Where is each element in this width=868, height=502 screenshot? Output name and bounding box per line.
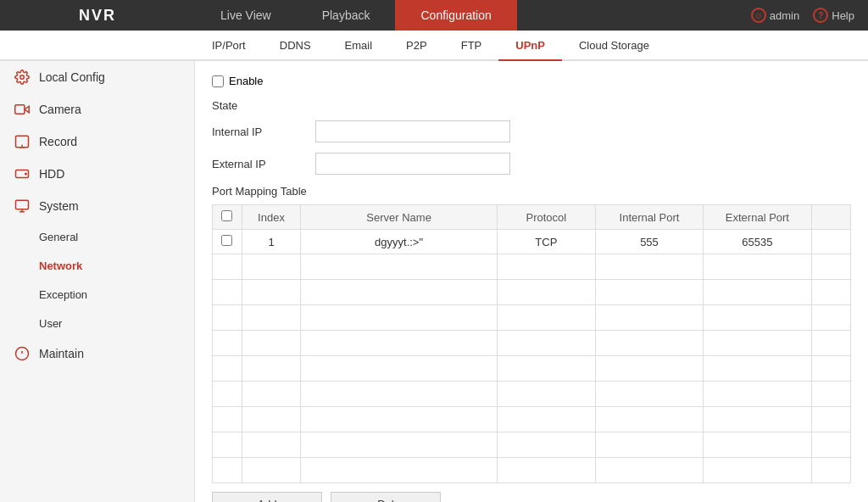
sidebar-item-user[interactable]: User xyxy=(0,309,194,337)
sub-nav: IP/Port DDNS Email P2P FTP UPnP Cloud St… xyxy=(0,31,868,61)
header-nav: Live View Playback Configuration xyxy=(195,0,751,31)
sidebar-camera-label: Camera xyxy=(39,103,81,116)
row-index: 1 xyxy=(242,230,301,254)
external-ip-label: External IP xyxy=(212,158,305,170)
tab-email[interactable]: Email xyxy=(328,31,390,61)
header-right: ☺ admin ? Help xyxy=(751,8,868,23)
header: NVR Live View Playback Configuration ☺ a… xyxy=(0,0,868,31)
row-internal-port: 555 xyxy=(595,230,703,254)
camera-icon xyxy=(14,101,31,118)
svg-rect-8 xyxy=(16,200,29,209)
svg-point-7 xyxy=(25,173,27,175)
tab-p2p[interactable]: P2P xyxy=(389,31,444,61)
select-all-checkbox[interactable] xyxy=(221,210,232,221)
table-header-action xyxy=(811,205,850,230)
sidebar-item-network[interactable]: Network xyxy=(0,251,194,280)
admin-label: admin xyxy=(770,9,799,22)
internal-ip-row: Internal IP xyxy=(212,120,851,142)
table-header-index: Index xyxy=(242,205,301,230)
table-row-empty xyxy=(213,382,851,407)
sidebar-maintain-label: Maintain xyxy=(39,347,84,360)
table-row-empty xyxy=(213,305,851,331)
table-row-empty xyxy=(213,432,851,458)
enable-label: Enable xyxy=(229,75,263,87)
svg-point-0 xyxy=(20,75,25,80)
gear-icon xyxy=(14,69,31,86)
nav-item-configuration[interactable]: Configuration xyxy=(395,0,516,31)
row-external-port: 65535 xyxy=(704,230,811,254)
sidebar-exception-label: Exception xyxy=(39,288,87,301)
help-label: Help xyxy=(832,9,854,22)
add-button[interactable]: Add xyxy=(212,492,322,502)
table-row-empty xyxy=(213,331,851,356)
table-row: 1 dgyyyt.:>" TCP 555 65535 xyxy=(213,230,851,254)
nav-item-live-view[interactable]: Live View xyxy=(195,0,297,31)
del-button[interactable]: Del xyxy=(331,492,441,502)
external-ip-input[interactable] xyxy=(315,153,510,175)
sidebar-record-label: Record xyxy=(39,135,77,148)
internal-ip-label: Internal IP xyxy=(212,126,305,138)
port-mapping-label: Port Mapping Table xyxy=(212,185,851,198)
button-row: Add Del xyxy=(212,492,851,502)
layout: Local Config Camera Record xyxy=(0,61,868,502)
sidebar-general-label: General xyxy=(39,231,78,243)
sidebar-item-system[interactable]: System xyxy=(0,190,194,222)
sidebar-item-general[interactable]: General xyxy=(0,222,194,251)
admin-button[interactable]: ☺ admin xyxy=(751,8,799,23)
svg-rect-1 xyxy=(15,105,25,114)
table-header-protocol: Protocol xyxy=(497,205,595,230)
table-header-server-name: Server Name xyxy=(301,205,498,230)
tab-cloud-storage[interactable]: Cloud Storage xyxy=(562,31,666,61)
table-row-empty xyxy=(213,407,851,432)
help-button[interactable]: ? Help xyxy=(813,8,854,23)
table-row-empty xyxy=(213,356,851,382)
enable-row: Enable xyxy=(212,75,851,87)
system-icon xyxy=(14,198,31,215)
sidebar-item-camera[interactable]: Camera xyxy=(0,93,194,126)
table-header-checkbox xyxy=(213,205,242,230)
port-mapping-table: Index Server Name Protocol Internal Port… xyxy=(212,204,851,483)
tab-ddns[interactable]: DDNS xyxy=(263,31,328,61)
nav-item-playback[interactable]: Playback xyxy=(297,0,396,31)
sidebar-hdd-label: HDD xyxy=(39,167,64,181)
internal-ip-input[interactable] xyxy=(315,120,510,142)
table-row-empty xyxy=(213,254,851,280)
sidebar-item-local-config[interactable]: Local Config xyxy=(0,61,194,93)
tab-ip-port[interactable]: IP/Port xyxy=(195,31,263,61)
table-header-internal-port: Internal Port xyxy=(595,205,703,230)
external-ip-row: External IP xyxy=(212,153,851,175)
app-logo: NVR xyxy=(0,7,195,25)
row-server-name: dgyyyt.:>" xyxy=(301,230,498,254)
row-protocol: TCP xyxy=(497,230,595,254)
state-label: State xyxy=(212,99,305,112)
sidebar: Local Config Camera Record xyxy=(0,61,195,502)
state-row: State xyxy=(212,99,851,112)
main-content: Enable State Internal IP External IP Por… xyxy=(195,61,868,502)
sidebar-user-label: User xyxy=(39,317,62,330)
tab-upnp[interactable]: UPnP xyxy=(498,31,562,61)
person-icon: ☺ xyxy=(751,8,766,23)
hdd-icon xyxy=(14,165,31,182)
sidebar-network-label: Network xyxy=(39,259,82,272)
enable-checkbox[interactable] xyxy=(212,75,224,87)
maintain-icon xyxy=(14,345,31,362)
sidebar-item-maintain[interactable]: Maintain xyxy=(0,337,194,370)
table-row-empty xyxy=(213,280,851,305)
tab-ftp[interactable]: FTP xyxy=(444,31,499,61)
row-checkbox[interactable] xyxy=(221,235,232,246)
sidebar-item-exception[interactable]: Exception xyxy=(0,280,194,309)
help-icon: ? xyxy=(813,8,828,23)
row-action xyxy=(811,230,850,254)
record-icon xyxy=(14,133,31,150)
table-row-empty xyxy=(213,458,851,483)
table-header-external-port: External Port xyxy=(704,205,811,230)
sidebar-item-record[interactable]: Record xyxy=(0,126,194,158)
sidebar-system-label: System xyxy=(39,199,79,213)
sidebar-item-hdd[interactable]: HDD xyxy=(0,158,194,190)
sidebar-local-config-label: Local Config xyxy=(39,70,105,84)
